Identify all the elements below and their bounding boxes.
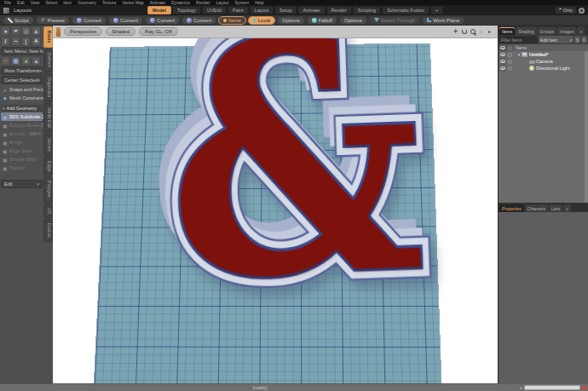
geometry-tool[interactable]: Edge Slice xyxy=(1,147,43,155)
zoom-icon[interactable] xyxy=(470,29,476,34)
properties-panel-tab[interactable]: Properties xyxy=(499,204,524,212)
geometry-tool[interactable]: Bridge xyxy=(1,138,43,147)
tree-scrollbar[interactable] xyxy=(585,51,588,203)
status-expand-arrow-icon[interactable]: ▸ xyxy=(520,385,522,390)
only-toggle-button[interactable]: Only xyxy=(556,7,576,14)
toolbar-button[interactable]: Options xyxy=(339,16,367,25)
toolbar-button[interactable]: Work Plane xyxy=(422,16,464,25)
more-transforms-dropdown[interactable]: More Transforms xyxy=(1,66,43,75)
add-item-dropdown[interactable]: Add Item xyxy=(539,36,574,43)
layout-tab[interactable]: Topology xyxy=(172,6,201,14)
geometry-tool[interactable]: Thicken xyxy=(1,164,43,172)
settings-icon[interactable] xyxy=(479,29,485,35)
geometry-tool[interactable]: Smooth Shift xyxy=(1,155,43,164)
item-tree-row[interactable]: Untitled* xyxy=(499,51,588,58)
visibility-eye-icon[interactable] xyxy=(500,66,505,70)
item-panel-tab[interactable]: Images xyxy=(557,27,576,35)
filter-items-field[interactable]: Filter Items xyxy=(499,36,538,43)
toolbar-button[interactable]: Convert xyxy=(72,16,107,25)
toolbar-button[interactable]: Convert xyxy=(145,16,180,25)
toolbar-button[interactable]: Local xyxy=(248,16,275,25)
properties-panel-tab[interactable]: Channels xyxy=(525,204,548,212)
torus-icon[interactable] xyxy=(21,26,31,36)
mini-button[interactable]: S xyxy=(574,36,580,43)
sidebar-vertical-tab[interactable]: Vertex xyxy=(43,134,53,156)
sidebar-vertical-tab[interactable]: Edge xyxy=(43,157,53,176)
pen-icon[interactable] xyxy=(1,37,10,46)
properties-panel-tab[interactable]: Lists xyxy=(549,204,562,212)
shading-mode-dropdown[interactable]: Shaded xyxy=(106,27,135,36)
gear-icon[interactable] xyxy=(579,8,585,14)
visibility-eye-icon[interactable] xyxy=(500,60,505,63)
text-icon[interactable] xyxy=(32,37,41,46)
cube-icon xyxy=(3,148,8,154)
center-selected-dropdown[interactable]: Center Selected xyxy=(1,76,43,84)
edit-dropdown[interactable]: Edit xyxy=(1,180,43,188)
properties-panel-tab[interactable]: + xyxy=(563,204,571,212)
toolbar-button[interactable]: Presets xyxy=(36,16,70,25)
sidebar-vertical-tab[interactable]: Basic xyxy=(43,26,53,48)
name-column-header[interactable]: Name xyxy=(513,44,588,51)
mini-button[interactable]: F xyxy=(581,36,587,43)
item-tree-row[interactable]: Camera xyxy=(499,58,588,65)
sidebar-toggle[interactable]: Snaps and Precision xyxy=(1,85,43,94)
rotate-icon[interactable] xyxy=(462,29,467,34)
curve-icon[interactable] xyxy=(11,37,20,46)
layout-tab[interactable]: Layout xyxy=(250,6,274,14)
add-geometry-section-header[interactable]: Add Geometry xyxy=(1,105,43,112)
layout-tab[interactable]: UVEdit xyxy=(202,6,227,14)
sidebar-vertical-tab[interactable]: UV xyxy=(43,204,53,219)
render-toggle-icon[interactable] xyxy=(506,53,513,57)
layout-tab[interactable]: Schematic Fusion xyxy=(382,6,429,14)
item-panel-tab[interactable]: Items xyxy=(499,27,515,35)
layout-tab[interactable]: Paint xyxy=(228,6,249,14)
geometry-tool[interactable]: Extrude Shift-X xyxy=(1,129,43,138)
item-panel-tab[interactable]: + xyxy=(577,27,585,35)
layout-tab[interactable]: + xyxy=(430,6,443,14)
cone-icon[interactable] xyxy=(32,56,41,66)
sidebar-vertical-tab[interactable]: Duplicate xyxy=(43,73,53,102)
item-panel-tab[interactable]: Shading xyxy=(516,27,536,35)
record-indicator-icon[interactable] xyxy=(582,386,586,390)
sphere-icon[interactable] xyxy=(1,26,10,36)
render-toggle-icon[interactable] xyxy=(506,66,513,71)
item-panel-tab[interactable]: Groups xyxy=(538,27,556,35)
geometry-tool[interactable]: SDS Subdivide 2x xyxy=(1,112,43,121)
render-toggle-icon[interactable] xyxy=(506,60,513,64)
image-plane-icon[interactable] xyxy=(11,56,20,66)
toolbar-button[interactable]: Select Through xyxy=(369,16,421,25)
layout-tab[interactable]: Animate xyxy=(297,6,325,14)
axis-icon[interactable] xyxy=(1,56,10,66)
arc-icon[interactable] xyxy=(21,37,31,46)
sidebar-toggle[interactable]: Mesh Constraints xyxy=(1,94,43,102)
capsule-icon[interactable] xyxy=(11,26,20,36)
toolbar-button[interactable]: Items xyxy=(218,16,246,25)
toolbar-button[interactable]: Convert xyxy=(182,16,216,25)
ampersand-model[interactable]: & & & & & & xyxy=(163,38,423,361)
toolbar-button[interactable]: Convert xyxy=(108,16,143,25)
viewport-thumb-handle[interactable] xyxy=(56,27,61,37)
sidebar-vertical-tab[interactable]: Polygon xyxy=(43,176,53,202)
layout-tab[interactable]: Model xyxy=(147,6,171,14)
toolbar-button[interactable]: Sculpt xyxy=(3,16,34,25)
item-tree-row[interactable]: Directional Light xyxy=(499,65,588,72)
visibility-eye-icon[interactable] xyxy=(500,53,505,56)
toolbar-button[interactable]: Options xyxy=(277,16,305,25)
projection-dropdown[interactable]: Perspective xyxy=(64,27,102,36)
sidebar-vertical-tab[interactable]: Mesh Edit xyxy=(43,103,53,133)
viewport-canvas[interactable]: & & & & & & xyxy=(53,38,498,383)
layout-tab[interactable]: Scripting xyxy=(353,6,381,14)
sidebar-vertical-tab[interactable]: Deform xyxy=(43,49,53,72)
item-menu-dropdown[interactable]: Item Menu: New Item xyxy=(1,47,43,55)
geometry-tool[interactable]: Polygon Bevel Shift-B xyxy=(1,121,43,129)
toolbar-button[interactable]: Falloff xyxy=(307,16,337,25)
layout-tab[interactable]: Setup xyxy=(274,6,297,14)
cone-icon[interactable] xyxy=(32,26,41,36)
value-entry-input[interactable] xyxy=(524,385,580,390)
pan-icon[interactable] xyxy=(453,29,458,35)
ray-gl-dropdown[interactable]: Ray GL: Off xyxy=(139,27,178,36)
sidebar-vertical-tab[interactable]: Fusion xyxy=(43,219,53,242)
layout-tab[interactable]: Render xyxy=(326,6,352,14)
more-icon[interactable] xyxy=(488,29,494,35)
ball-icon[interactable] xyxy=(21,56,31,66)
